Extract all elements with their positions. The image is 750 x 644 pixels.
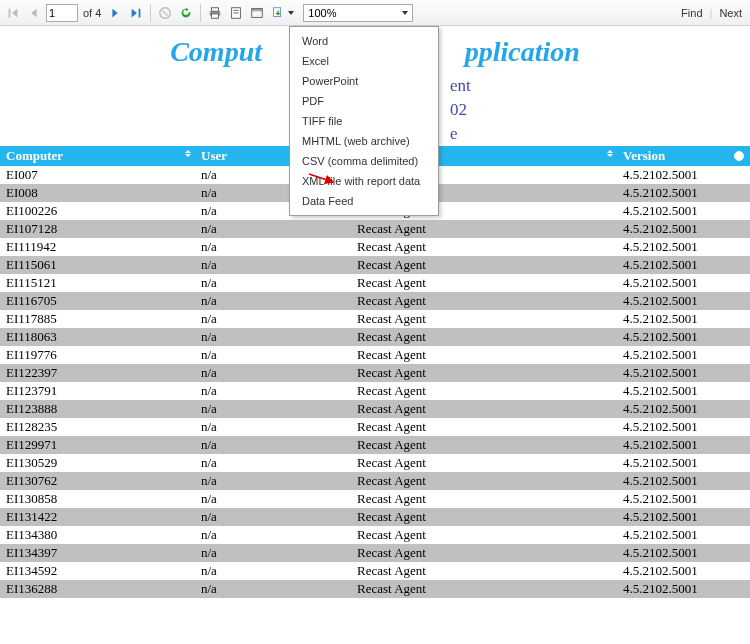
export-menu-item[interactable]: Excel [294, 51, 434, 71]
table-row[interactable]: EI134397n/aRecast Agent4.5.2102.5001 [0, 544, 750, 562]
export-menu-item[interactable]: PowerPoint [294, 71, 434, 91]
cell: EI131422 [0, 508, 195, 526]
export-button[interactable] [269, 4, 287, 22]
table-row[interactable]: EI130858n/aRecast Agent4.5.2102.5001 [0, 490, 750, 508]
cell: Recast Agent [351, 238, 617, 256]
cell: 4.5.2102.5001 [617, 256, 750, 274]
prev-page-button[interactable] [25, 4, 43, 22]
cell: n/a [195, 274, 351, 292]
toolbar-separator [200, 4, 201, 22]
table-row[interactable]: EI123791n/aRecast Agent4.5.2102.5001 [0, 382, 750, 400]
cell: Recast Agent [351, 562, 617, 580]
table-row[interactable]: EI115061n/aRecast Agent4.5.2102.5001 [0, 256, 750, 274]
table-row[interactable]: EI122397n/aRecast Agent4.5.2102.5001 [0, 364, 750, 382]
cell: EI107128 [0, 220, 195, 238]
cell: Recast Agent [351, 256, 617, 274]
cell: 4.5.2102.5001 [617, 562, 750, 580]
cell: EI122397 [0, 364, 195, 382]
cell: EI134592 [0, 562, 195, 580]
table-row[interactable]: EI130529n/aRecast Agent4.5.2102.5001 [0, 454, 750, 472]
cell: EI128235 [0, 418, 195, 436]
cell: EI118063 [0, 328, 195, 346]
cell: 4.5.2102.5001 [617, 382, 750, 400]
cell: 4.5.2102.5001 [617, 274, 750, 292]
table-row[interactable]: EI136288n/aRecast Agent4.5.2102.5001 [0, 580, 750, 598]
table-row[interactable]: EI117885n/aRecast Agent4.5.2102.5001 [0, 310, 750, 328]
export-menu-item[interactable]: TIFF file [294, 111, 434, 131]
first-page-button[interactable] [4, 4, 22, 22]
export-menu-item[interactable]: Data Feed [294, 191, 434, 211]
sort-active-icon [734, 151, 744, 161]
cell: n/a [195, 490, 351, 508]
cell: Recast Agent [351, 490, 617, 508]
table-row[interactable]: EI134380n/aRecast Agent4.5.2102.5001 [0, 526, 750, 544]
table-row[interactable]: EI111942n/aRecast Agent4.5.2102.5001 [0, 238, 750, 256]
page-number-input[interactable] [46, 4, 78, 22]
next-page-button[interactable] [106, 4, 124, 22]
cell: Recast Agent [351, 310, 617, 328]
cell: n/a [195, 220, 351, 238]
print-button[interactable] [206, 4, 224, 22]
cell: n/a [195, 544, 351, 562]
cell: 4.5.2102.5001 [617, 292, 750, 310]
print-layout-button[interactable] [227, 4, 245, 22]
col-header-version[interactable]: Version [617, 146, 750, 166]
table-row[interactable]: EI134592n/aRecast Agent4.5.2102.5001 [0, 562, 750, 580]
cell: EI134397 [0, 544, 195, 562]
table-row[interactable]: EI118063n/aRecast Agent4.5.2102.5001 [0, 328, 750, 346]
table-row[interactable]: EI129971n/aRecast Agent4.5.2102.5001 [0, 436, 750, 454]
col-header-computer[interactable]: Computer [0, 146, 195, 166]
page-setup-button[interactable] [248, 4, 266, 22]
refresh-button[interactable] [177, 4, 195, 22]
table-row[interactable]: EI128235n/aRecast Agent4.5.2102.5001 [0, 418, 750, 436]
export-menu-item[interactable]: CSV (comma delimited) [294, 151, 434, 171]
cell: Recast Agent [351, 400, 617, 418]
page-total-label: of 4 [81, 7, 103, 19]
export-menu-item[interactable]: PDF [294, 91, 434, 111]
table-row[interactable]: EI131422n/aRecast Agent4.5.2102.5001 [0, 508, 750, 526]
last-page-button[interactable] [127, 4, 145, 22]
cell: Recast Agent [351, 346, 617, 364]
find-next-link[interactable]: Next [715, 7, 746, 19]
chevron-down-icon [402, 11, 408, 15]
svg-rect-4 [212, 13, 219, 17]
cell: Recast Agent [351, 472, 617, 490]
svg-rect-2 [212, 7, 219, 11]
cell: EI116705 [0, 292, 195, 310]
sort-icon [607, 150, 613, 157]
cell: Recast Agent [351, 436, 617, 454]
table-row[interactable]: EI107128n/aRecast Agent4.5.2102.5001 [0, 220, 750, 238]
cell: 4.5.2102.5001 [617, 328, 750, 346]
table-row[interactable]: EI130762n/aRecast Agent4.5.2102.5001 [0, 472, 750, 490]
toolbar-separator [150, 4, 151, 22]
cell: Recast Agent [351, 580, 617, 598]
export-dropdown-caret[interactable] [288, 11, 294, 15]
cell: n/a [195, 364, 351, 382]
export-menu-item[interactable]: Word [294, 31, 434, 51]
cell: 4.5.2102.5001 [617, 346, 750, 364]
cell: 4.5.2102.5001 [617, 418, 750, 436]
table-row[interactable]: EI119776n/aRecast Agent4.5.2102.5001 [0, 346, 750, 364]
table-row[interactable]: EI116705n/aRecast Agent4.5.2102.5001 [0, 292, 750, 310]
cell: 4.5.2102.5001 [617, 490, 750, 508]
find-link[interactable]: Find [677, 7, 706, 19]
cell: EI117885 [0, 310, 195, 328]
zoom-select[interactable]: 100% [303, 4, 413, 22]
svg-rect-10 [274, 7, 281, 16]
cell: Recast Agent [351, 220, 617, 238]
table-row[interactable]: EI115121n/aRecast Agent4.5.2102.5001 [0, 274, 750, 292]
cell: 4.5.2102.5001 [617, 202, 750, 220]
stop-button[interactable] [156, 4, 174, 22]
cell: EI123791 [0, 382, 195, 400]
cell: n/a [195, 256, 351, 274]
cell: Recast Agent [351, 382, 617, 400]
table-row[interactable]: EI123888n/aRecast Agent4.5.2102.5001 [0, 400, 750, 418]
export-menu-item[interactable]: MHTML (web archive) [294, 131, 434, 151]
sort-icon [185, 150, 191, 157]
cell: Recast Agent [351, 418, 617, 436]
cell: Recast Agent [351, 544, 617, 562]
cell: 4.5.2102.5001 [617, 526, 750, 544]
cell: n/a [195, 526, 351, 544]
export-menu-item[interactable]: XML file with report data [294, 171, 434, 191]
cell: 4.5.2102.5001 [617, 400, 750, 418]
